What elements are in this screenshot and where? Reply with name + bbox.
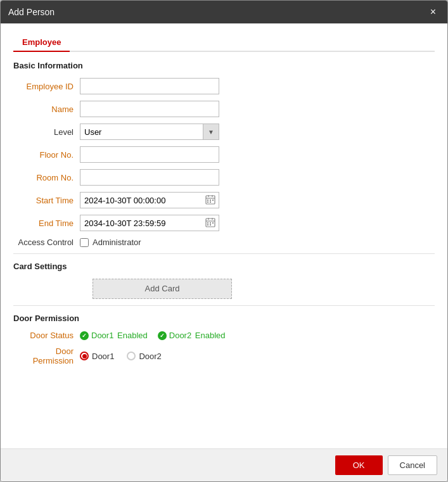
name-label: Name <box>13 105 80 114</box>
floor-no-row: Floor No. <box>13 146 435 163</box>
start-time-wrapper <box>80 192 219 208</box>
start-time-calendar-icon[interactable] <box>205 194 217 206</box>
card-settings-title: Card Settings <box>13 262 435 271</box>
start-time-row: Start Time <box>13 192 435 208</box>
ok-button[interactable]: OK <box>335 455 383 475</box>
access-control-row: Access Control Administrator <box>13 238 435 247</box>
door-status-label: Door Status <box>13 331 80 340</box>
dialog-title: Add Person <box>8 7 54 17</box>
door2-status-text: Door2 Enabled <box>169 331 226 340</box>
svg-rect-17 <box>210 224 211 225</box>
door2-radio-item[interactable]: Door2 <box>127 352 161 361</box>
room-no-label: Room No. <box>13 173 80 182</box>
level-select[interactable]: User Administrator <box>80 124 219 140</box>
floor-no-input[interactable] <box>80 146 219 163</box>
door1-radio-icon <box>80 352 89 360</box>
door1-status-icon <box>80 331 89 340</box>
door1-status-text: Door1 Enabled <box>91 331 148 340</box>
door1-status-item: Door1 Enabled <box>80 331 148 340</box>
room-no-row: Room No. <box>13 169 435 186</box>
employee-id-label: Employee ID <box>13 82 80 91</box>
access-control-checkbox-label[interactable]: Administrator <box>80 238 141 247</box>
door1-radio-label: Door1 <box>92 352 114 361</box>
level-label: Level <box>13 127 80 137</box>
close-button[interactable]: × <box>426 6 440 18</box>
level-select-wrapper: User Administrator ▼ <box>80 124 219 140</box>
access-control-checkbox[interactable] <box>80 238 89 247</box>
svg-rect-5 <box>210 200 211 201</box>
floor-no-label: Floor No. <box>13 150 80 160</box>
title-bar: Add Person × <box>1 1 447 23</box>
level-row: Level User Administrator ▼ <box>13 124 435 140</box>
svg-rect-6 <box>212 200 214 201</box>
tab-employee[interactable]: Employee <box>13 34 70 52</box>
end-time-label: End Time <box>13 219 80 228</box>
svg-rect-14 <box>210 222 211 224</box>
door-status-items: Door1 Enabled Door2 Enabled <box>80 331 226 340</box>
svg-rect-7 <box>207 201 208 203</box>
end-time-wrapper <box>80 215 219 231</box>
door-permission-label: Door Permission <box>13 346 80 365</box>
tab-bar: Employee <box>13 34 435 52</box>
access-control-checkbox-text: Administrator <box>93 238 141 247</box>
basic-info-title: Basic Information <box>13 61 435 70</box>
dialog-footer: OK Cancel <box>1 448 447 481</box>
start-time-label: Start Time <box>13 196 80 205</box>
name-row: Name <box>13 101 435 117</box>
door1-radio-item[interactable]: Door1 <box>80 352 114 361</box>
door-permission-radio-group: Door1 Door2 <box>80 352 162 361</box>
door2-radio-label: Door2 <box>139 352 161 361</box>
add-card-button[interactable]: Add Card <box>93 279 232 299</box>
employee-id-row: Employee ID <box>13 78 435 94</box>
door2-radio-icon <box>127 352 136 360</box>
access-control-label: Access Control <box>13 238 80 247</box>
door-status-row: Door Status Door1 Enabled Door2 Enabled <box>13 331 435 340</box>
add-person-dialog: Add Person × Employee Basic Information … <box>0 0 448 482</box>
divider-1 <box>13 253 435 254</box>
cancel-button[interactable]: Cancel <box>388 455 437 475</box>
divider-2 <box>13 305 435 306</box>
end-time-input[interactable] <box>80 215 219 231</box>
dialog-content: Employee Basic Information Employee ID N… <box>1 23 447 448</box>
add-card-row: Add Card <box>13 279 435 299</box>
end-time-calendar-icon[interactable] <box>205 217 217 229</box>
door-permission-title: Door Permission <box>13 314 435 323</box>
svg-rect-8 <box>210 201 211 203</box>
svg-rect-4 <box>207 200 208 201</box>
door-permission-row: Door Permission Door1 Door2 <box>13 346 435 365</box>
svg-rect-13 <box>207 222 208 224</box>
door2-status-icon <box>158 331 167 340</box>
start-time-input[interactable] <box>80 192 219 208</box>
svg-rect-16 <box>207 224 208 225</box>
room-no-input[interactable] <box>80 169 219 186</box>
end-time-row: End Time <box>13 215 435 231</box>
employee-id-input[interactable] <box>80 78 219 94</box>
door2-status-item: Door2 Enabled <box>158 331 226 340</box>
svg-rect-15 <box>212 222 214 224</box>
name-input[interactable] <box>80 101 219 117</box>
